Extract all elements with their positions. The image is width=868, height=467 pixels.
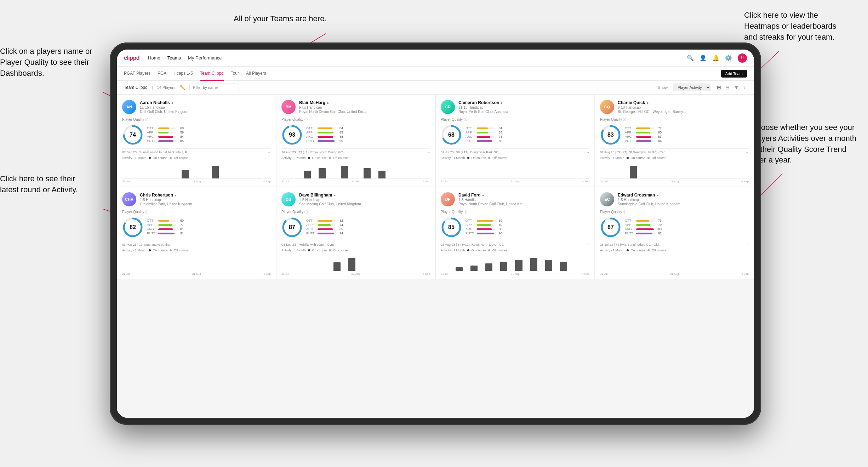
player-name[interactable]: Dave Billingham ●	[299, 193, 361, 198]
player-header: CHR Chris Robertson ● 1-5 Handicap Craig…	[122, 192, 271, 206]
player-card[interactable]: DF David Ford ● 1-5 Handicap Royal North…	[435, 187, 595, 279]
add-team-button[interactable]: Add Team	[721, 70, 747, 78]
profile-icon[interactable]: 👤	[699, 55, 707, 61]
tab-pgat-players[interactable]: PGAT Players	[124, 67, 150, 81]
stat-bar-arg-container	[318, 136, 335, 138]
player-avatar[interactable]: BM	[281, 100, 296, 114]
stat-bar-ott-container	[318, 127, 335, 129]
table-view-icon[interactable]: ⊟	[724, 84, 731, 91]
donut-chart[interactable]: 93	[281, 124, 303, 146]
player-avatar[interactable]: EC	[600, 192, 614, 206]
stat-bar-arg	[477, 228, 492, 230]
chart-label-end: 4 Sep	[423, 272, 430, 275]
player-avatar[interactable]: CR	[441, 100, 455, 114]
stat-bar-arg-container	[636, 136, 654, 138]
chart-label-end: 4 Sep	[741, 180, 749, 183]
player-card[interactable]: CR Cameron Robertson ● 11-15 Handicap Ro…	[435, 95, 595, 187]
player-name[interactable]: Edward Crossman ●	[618, 193, 680, 198]
quality-section: 87 OTT 82 APP 74 ARG	[281, 217, 430, 238]
latest-round[interactable]: 18 Jul 23 | 74 (+4), Sunningdale GC - Ol…	[600, 241, 749, 246]
donut-chart[interactable]: 68	[441, 124, 462, 146]
off-course-dot	[647, 157, 650, 159]
player-name[interactable]: Aaron Nicholls ●	[140, 100, 189, 105]
stat-value-putt: 85	[496, 139, 502, 143]
stat-label-putt: PUTT	[466, 232, 475, 235]
grid-view-icon[interactable]: ⊞	[715, 84, 723, 91]
player-avatar[interactable]: DB	[281, 192, 296, 206]
donut-chart[interactable]: 74	[122, 124, 143, 146]
activity-header: Activity · 1 Month On course Off course	[281, 249, 430, 252]
stat-value-arg: 75	[496, 135, 502, 138]
stat-value-arg: 103	[655, 227, 662, 231]
stat-row-putt: PUTT 91	[147, 232, 271, 235]
latest-round[interactable]: 02 Sep 23 | Sunset round to get back int…	[122, 148, 271, 154]
donut-chart[interactable]: 87	[600, 217, 621, 238]
activity-section: Activity · 1 Month On course Off course …	[281, 156, 430, 183]
player-name[interactable]: Chris Robertson ●	[140, 193, 192, 198]
player-avatar[interactable]: CHR	[122, 192, 136, 206]
donut-chart[interactable]: 82	[122, 217, 143, 238]
player-card[interactable]: CHR Chris Robertson ● 1-5 Handicap Craig…	[117, 187, 276, 279]
player-club: Royal North Devon Golf Club, United Kin.…	[458, 202, 525, 206]
donut-chart[interactable]: 85	[441, 217, 462, 238]
filter-icon[interactable]: ▼	[732, 84, 740, 91]
chart-labels: 31 Jul 21 Aug 4 Sep	[600, 272, 749, 275]
activity-section: Activity · 1 Month On course Off course …	[441, 156, 589, 183]
latest-round[interactable]: 03 Mar 23 | 19, Must make putting →	[122, 241, 271, 246]
sort-icon[interactable]: ↕	[742, 84, 747, 91]
activity-label: Activity · 1 Month	[600, 156, 624, 160]
latest-round[interactable]: 07 Aug 23 | 77 (+7), St George's Hill GC…	[600, 148, 749, 154]
filter-input[interactable]	[189, 84, 239, 91]
player-name[interactable]: Charlie Quick ●	[618, 100, 686, 105]
bell-icon[interactable]: 🔔	[712, 55, 719, 61]
tab-tour[interactable]: Tour	[231, 67, 239, 81]
player-name[interactable]: Blair McHarg ●	[299, 100, 366, 105]
chart-labels: 31 Jul 21 Aug 4 Sep	[122, 272, 271, 275]
quality-score: 82	[130, 224, 136, 230]
player-card[interactable]: EC Edward Crossman ● 1-5 Handicap Sunnin…	[595, 187, 754, 279]
tab-team-clippd[interactable]: Team Clippd	[200, 67, 224, 81]
players-count-label: 14 Players	[157, 85, 176, 90]
settings-icon[interactable]: ⚙️	[725, 55, 732, 61]
player-card[interactable]: CQ Charlie Quick ● 6-10 Handicap St. Geo…	[595, 95, 754, 187]
off-course-dot	[647, 249, 650, 251]
chart-label-end: 4 Sep	[582, 180, 589, 183]
nav-teams[interactable]: Teams	[167, 55, 181, 61]
player-club: Craigmillar Park, United Kingdom	[140, 202, 192, 206]
player-name[interactable]: Cameron Robertson ●	[458, 100, 508, 105]
avatar-icon[interactable]: U	[738, 53, 747, 63]
player-avatar[interactable]: AN	[122, 100, 136, 114]
player-name[interactable]: David Ford ●	[458, 193, 525, 198]
player-info: Edward Crossman ● 1-5 Handicap Sunningda…	[618, 193, 680, 206]
latest-round[interactable]: 26 Aug 23 | 84 (+12), Royal North Devon …	[441, 241, 589, 246]
show-select[interactable]: Player Activity	[673, 84, 711, 91]
tab-pga[interactable]: PGA	[158, 67, 166, 81]
on-course-dot	[627, 157, 629, 159]
donut-chart[interactable]: 83	[600, 124, 621, 146]
stat-bar-arg	[318, 228, 333, 230]
quality-score: 85	[448, 224, 455, 230]
round-text: 07 Aug 23 | 77 (+7), St George's Hill GC…	[600, 150, 668, 154]
latest-round[interactable]: 04 Sep 23 | Mobility with coach, Gym →	[281, 241, 430, 246]
search-icon[interactable]: 🔍	[687, 55, 694, 61]
latest-round[interactable]: 26 Aug 23 | 73 (+1), Royal North Devon G…	[281, 148, 430, 154]
player-card[interactable]: AN Aaron Nicholls ● 11-15 Handicap Drift…	[117, 95, 276, 187]
nav-my-performance[interactable]: My Performance	[188, 55, 222, 61]
tab-hcaps[interactable]: Hcaps 1-5	[173, 67, 193, 81]
ipad-screen: clippd Home Teams My Performance 🔍 👤 🔔 ⚙…	[117, 50, 754, 418]
edit-icon[interactable]: ✏️	[180, 85, 185, 90]
player-avatar[interactable]: CQ	[600, 100, 614, 114]
latest-round[interactable]: 02 Jul 23 | 59 (+17), Craigmillar Park G…	[441, 148, 589, 154]
player-club: Royal Perth Golf Club, Australia	[458, 110, 508, 114]
player-card[interactable]: DB Dave Billingham ● 1-5 Handicap Sog Ma…	[276, 187, 435, 279]
chart-label-mid: 21 Aug	[511, 180, 520, 183]
player-avatar[interactable]: DF	[441, 192, 455, 206]
stat-value-putt: 95	[337, 139, 343, 143]
player-card[interactable]: BM Blair McHarg ● Plus Handicap Royal No…	[276, 95, 435, 187]
on-course-label: On course	[312, 156, 327, 160]
donut-chart[interactable]: 87	[281, 217, 303, 238]
on-course-dot	[308, 157, 310, 159]
chart-label-start: 31 Jul	[441, 272, 448, 275]
nav-home[interactable]: Home	[148, 55, 160, 61]
tab-all-players[interactable]: All Players	[246, 67, 266, 81]
